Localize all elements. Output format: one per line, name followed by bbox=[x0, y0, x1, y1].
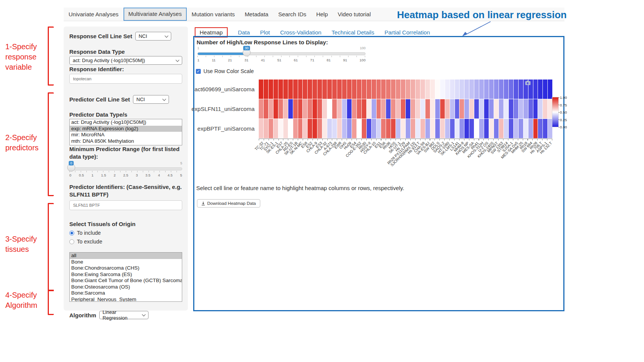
heatmap-cell[interactable] bbox=[308, 80, 312, 99]
nav-tab-search-ids[interactable]: Search IDs bbox=[273, 8, 311, 21]
heatmap-cell[interactable] bbox=[514, 99, 518, 119]
heatmap-cell[interactable] bbox=[377, 99, 381, 119]
heatmap-cell[interactable] bbox=[455, 119, 460, 138]
heatmap-cell[interactable] bbox=[352, 80, 356, 99]
heatmap-cell[interactable] bbox=[425, 119, 430, 138]
heatmap-cell[interactable] bbox=[543, 99, 547, 119]
tab-partial-correlation[interactable]: Partial Correlation bbox=[385, 29, 430, 36]
response-lines-track[interactable] bbox=[197, 52, 366, 55]
heatmap-cell[interactable] bbox=[377, 80, 381, 99]
heatmap-cell[interactable] bbox=[519, 119, 523, 138]
heatmap-cell[interactable] bbox=[274, 99, 278, 119]
heatmap-cell[interactable] bbox=[327, 80, 332, 99]
heatmap-cell[interactable] bbox=[401, 80, 405, 99]
heatmap-cell[interactable] bbox=[416, 80, 420, 99]
heatmap-row-label[interactable]: expBPTF_uniSarcoma bbox=[194, 119, 257, 139]
heatmap-cell[interactable] bbox=[425, 99, 430, 119]
nav-tab-multivariate-analyses[interactable]: Multivariate Analyses bbox=[123, 8, 187, 21]
heatmap-cell[interactable] bbox=[332, 80, 337, 99]
heatmap-cell[interactable] bbox=[303, 99, 307, 119]
heatmap-cell[interactable] bbox=[543, 119, 547, 138]
predictor-type-option[interactable]: exp: mRNA Expression (log2) bbox=[70, 126, 182, 132]
heatmap-cell[interactable] bbox=[445, 119, 450, 138]
heatmap-cell[interactable] bbox=[298, 80, 303, 99]
heatmap-cell[interactable] bbox=[313, 119, 317, 138]
heatmap-cell[interactable] bbox=[533, 119, 538, 138]
heatmap-cell[interactable] bbox=[509, 99, 513, 119]
heatmap-cell[interactable] bbox=[327, 119, 332, 138]
row-color-scale-checkbox[interactable]: ✓ bbox=[196, 69, 201, 74]
heatmap-cell[interactable] bbox=[357, 80, 361, 99]
tissue-option[interactable]: Bone:Ewing Sarcoma (ES) bbox=[70, 272, 182, 278]
heatmap-cell[interactable] bbox=[342, 119, 347, 138]
response-identifier-input[interactable] bbox=[69, 74, 182, 84]
heatmap-cell[interactable] bbox=[332, 119, 337, 138]
heatmap-cell[interactable] bbox=[342, 80, 347, 99]
download-heatmap-data-button[interactable]: Download Heatmap Data bbox=[197, 199, 260, 208]
heatmap-cell[interactable] bbox=[322, 119, 327, 138]
heatmap-cell[interactable] bbox=[430, 80, 435, 99]
heatmap-cell[interactable] bbox=[435, 119, 440, 138]
heatmap-cell[interactable] bbox=[528, 119, 533, 138]
heatmap-cell[interactable] bbox=[519, 99, 523, 119]
heatmap-cell[interactable] bbox=[293, 119, 298, 138]
heatmap-cell[interactable] bbox=[317, 80, 322, 99]
heatmap-cell[interactable] bbox=[411, 80, 415, 99]
heatmap-cell[interactable] bbox=[332, 99, 337, 119]
heatmap-cell[interactable] bbox=[509, 80, 513, 99]
tab-plot[interactable]: Plot bbox=[260, 29, 270, 36]
heatmap-cell[interactable] bbox=[538, 99, 542, 119]
heatmap-cell[interactable] bbox=[288, 99, 293, 119]
tissue-listbox[interactable]: allBoneBone:Chondrosarcoma (CHS)Bone:Ewi… bbox=[69, 252, 182, 302]
tissue-option[interactable]: Bone bbox=[70, 259, 182, 265]
heatmap-cell[interactable] bbox=[450, 80, 455, 99]
heatmap-cell[interactable] bbox=[484, 80, 489, 99]
heatmap-cell[interactable] bbox=[269, 119, 273, 138]
heatmap-cell[interactable] bbox=[538, 80, 542, 99]
heatmap-cell[interactable] bbox=[455, 99, 460, 119]
heatmap-cell[interactable] bbox=[524, 99, 528, 119]
heatmap-cell[interactable] bbox=[347, 99, 352, 119]
heatmap-cell[interactable] bbox=[411, 99, 415, 119]
heatmap-cell[interactable] bbox=[283, 80, 288, 99]
heatmap-cell[interactable] bbox=[420, 119, 425, 138]
heatmap-cell[interactable] bbox=[367, 119, 371, 138]
tissue-option[interactable]: all bbox=[70, 253, 182, 259]
tissue-option[interactable]: Bone:Giant Cell Tumor of Bone (GCTB) Sar… bbox=[70, 278, 182, 284]
response-lines-slider[interactable]: 1 100 30 1112131415161718191100 bbox=[197, 46, 366, 61]
heatmap-cell[interactable] bbox=[352, 119, 356, 138]
heatmap-cell[interactable] bbox=[499, 99, 503, 119]
heatmap-cell[interactable] bbox=[528, 99, 533, 119]
tab-technical-details[interactable]: Technical Details bbox=[331, 29, 374, 36]
predictor-cell-line-set-select[interactable]: NCI bbox=[133, 95, 169, 104]
heatmap-cell[interactable] bbox=[420, 99, 425, 119]
heatmap-cell[interactable] bbox=[489, 99, 494, 119]
heatmap-cell[interactable] bbox=[259, 119, 263, 138]
heatmap-cell[interactable] bbox=[464, 119, 469, 138]
heatmap-cell[interactable] bbox=[524, 119, 528, 138]
heatmap-cell[interactable] bbox=[406, 119, 410, 138]
tab-cross-validation[interactable]: Cross-Validation bbox=[280, 29, 321, 36]
heatmap-cell[interactable] bbox=[372, 80, 376, 99]
heatmap-cell[interactable] bbox=[440, 99, 445, 119]
tissue-option[interactable]: Peripheral_Nervous_System bbox=[70, 296, 182, 302]
heatmap-cell[interactable] bbox=[381, 80, 386, 99]
heatmap-cell[interactable] bbox=[357, 119, 361, 138]
heatmap-cell[interactable] bbox=[381, 99, 386, 119]
heatmap-cell[interactable] bbox=[469, 80, 474, 99]
heatmap-cell[interactable] bbox=[445, 99, 450, 119]
min-predictor-range-track[interactable] bbox=[69, 167, 182, 170]
algorithm-select[interactable]: Linear Regression bbox=[99, 311, 148, 319]
nav-tab-univariate-analyses[interactable]: Univariate Analyses bbox=[64, 8, 123, 21]
heatmap-cell[interactable] bbox=[391, 119, 395, 138]
heatmap-cell[interactable] bbox=[337, 99, 342, 119]
heatmap-cell[interactable] bbox=[372, 119, 376, 138]
heatmap-cell[interactable] bbox=[489, 80, 494, 99]
heatmap-cell[interactable] bbox=[386, 119, 391, 138]
heatmap-cell[interactable] bbox=[386, 80, 391, 99]
heatmap-cell[interactable] bbox=[293, 99, 298, 119]
heatmap-cell[interactable] bbox=[479, 119, 484, 138]
heatmap-cell[interactable] bbox=[499, 119, 503, 138]
nav-tab-help[interactable]: Help bbox=[311, 8, 333, 21]
heatmap-cell[interactable] bbox=[509, 119, 513, 138]
